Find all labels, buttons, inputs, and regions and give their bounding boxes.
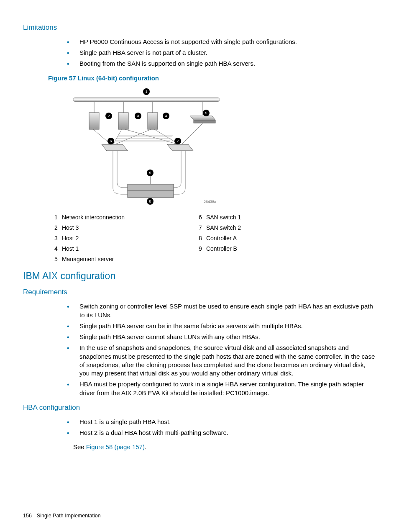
list-item: Single path HBA server can be in the sam… (67, 322, 376, 330)
svg-rect-6 (118, 113, 128, 129)
svg-rect-21 (128, 191, 174, 198)
legend-item: 3 Host 2 (54, 234, 199, 242)
legend-item: 9 Controller B (199, 245, 343, 253)
figure-caption: Figure 57 Linux (64-bit) configuration (48, 74, 376, 82)
list-item: Single path HBA server is not part of a … (67, 49, 376, 57)
figure-diagram: 1 2 3 4 5 6 7 8 9 26438a (48, 86, 220, 209)
heading-hba-config: HBA configuration (23, 403, 376, 413)
list-item: Switch zoning or controller level SSP mu… (67, 302, 376, 319)
list-item: HBA must be properly configured to work … (67, 380, 376, 397)
svg-text:3: 3 (137, 114, 139, 118)
svg-text:1: 1 (145, 90, 147, 94)
legend-item: 1 Network interconnection (54, 213, 199, 221)
svg-text:4: 4 (165, 114, 167, 118)
svg-rect-5 (89, 113, 99, 129)
legend-item: 5 Management server (54, 255, 199, 263)
legend-item: 6 SAN switch 1 (199, 213, 343, 221)
heading-limitations: Limitations (23, 23, 376, 33)
svg-rect-20 (128, 184, 174, 191)
svg-text:8: 8 (149, 199, 151, 203)
svg-text:6: 6 (110, 139, 112, 143)
figure-legend: 1 Network interconnection 2 Host 3 3 Hos… (23, 213, 376, 265)
list-item: Single path HBA server cannot share LUNs… (67, 333, 376, 341)
limitations-list: HP P6000 Continuous Access is not suppor… (23, 38, 376, 68)
svg-rect-0 (73, 98, 220, 102)
svg-text:7: 7 (176, 139, 179, 143)
svg-rect-8 (194, 120, 215, 123)
svg-rect-7 (148, 113, 158, 129)
legend-item: 7 SAN switch 2 (199, 224, 343, 232)
svg-text:2: 2 (107, 114, 110, 118)
list-item: Host 2 is a dual HBA host with multi-pat… (67, 429, 376, 437)
list-item: Booting from the SAN is supported on sin… (67, 59, 376, 68)
figure-ref-id: 26438a (204, 199, 216, 204)
requirements-list: Switch zoning or controller level SSP mu… (23, 302, 376, 397)
legend-item: 2 Host 3 (54, 224, 199, 232)
figure-link[interactable]: Figure 58 (page 157) (86, 443, 145, 450)
see-reference: See Figure 58 (page 157). (48, 443, 376, 451)
list-item: Host 1 is a single path HBA host. (67, 418, 376, 426)
list-item: HP P6000 Continuous Access is not suppor… (67, 38, 376, 46)
legend-item: 8 Controller A (199, 234, 343, 242)
legend-item: 4 Host 1 (54, 245, 199, 253)
svg-line-14 (182, 123, 203, 144)
svg-text:5: 5 (205, 111, 207, 115)
list-item: In the use of snapshots and snapclones, … (67, 344, 376, 378)
heading-requirements: Requirements (23, 288, 376, 297)
hba-list: Host 1 is a single path HBA host. Host 2… (23, 418, 376, 437)
svg-text:9: 9 (149, 171, 151, 175)
heading-ibm-aix: IBM AIX configuration (23, 270, 376, 283)
